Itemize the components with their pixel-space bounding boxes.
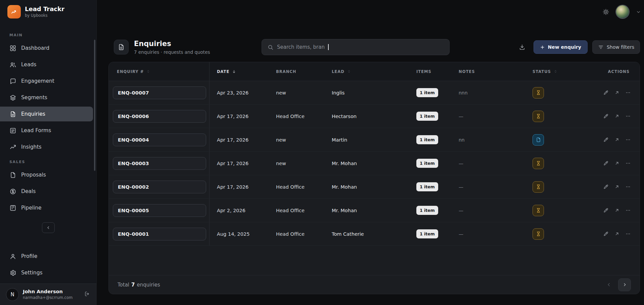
nav-icon xyxy=(9,144,16,151)
show-filters-button[interactable]: Show filters xyxy=(592,40,640,54)
theme-toggle-button[interactable] xyxy=(602,8,609,15)
sort-icon xyxy=(347,69,351,74)
export-button[interactable] xyxy=(515,40,529,54)
pencil-icon xyxy=(603,137,609,143)
sidebar-item-settings[interactable]: Settings xyxy=(0,265,93,280)
app-root: Lead Trackr by Upbooks MAIN Dashboard Le… xyxy=(0,0,644,305)
sidebar-item-segments[interactable]: Segments xyxy=(0,90,93,105)
lead-cell: Mr. Mohan xyxy=(324,161,409,166)
enquiry-id-button[interactable]: ENQ-00001 xyxy=(113,228,206,240)
items-badge: 1 item xyxy=(416,182,438,191)
sidebar-bottom: Profile Settings N John Anderson narmadh… xyxy=(0,249,96,305)
status-badge-pending[interactable] xyxy=(533,228,544,240)
nav-icon xyxy=(9,78,16,85)
status-badge-quoted[interactable] xyxy=(533,134,544,146)
lead-cell: Mr. Mohan xyxy=(324,208,409,213)
edit-button[interactable] xyxy=(603,207,609,213)
edit-button[interactable] xyxy=(603,160,609,166)
sidebar-item-engagement[interactable]: Engagement xyxy=(0,74,93,88)
status-badge-pending[interactable] xyxy=(533,87,544,99)
enquiry-id-button[interactable]: ENQ-00002 xyxy=(113,181,206,193)
column-header-lead[interactable]: LEAD xyxy=(324,62,409,81)
sidebar-item-pipeline[interactable]: Pipeline xyxy=(0,200,93,215)
more-button[interactable] xyxy=(625,184,631,190)
next-page-button[interactable] xyxy=(618,278,631,291)
status-badge-pending[interactable] xyxy=(533,205,544,216)
enquiry-id-button[interactable]: ENQ-00003 xyxy=(113,157,206,170)
chevron-right-icon xyxy=(622,282,628,288)
branch-cell: Head Office xyxy=(269,231,324,237)
column-header-status[interactable]: STATUS xyxy=(525,62,596,81)
status-icon xyxy=(536,231,541,237)
sidebar-section-label: SALES xyxy=(9,160,96,164)
table-row[interactable]: ENQ-00003 Apr 17, 2026 new Mr. Mohan 1 i… xyxy=(109,152,640,175)
open-button[interactable] xyxy=(614,113,620,119)
enquiry-id-button[interactable]: ENQ-00007 xyxy=(113,86,206,99)
sidebar-item-leads[interactable]: Leads xyxy=(0,57,93,72)
main-area: Enquiries 7 enquiries · requests and quo… xyxy=(97,0,644,305)
column-header-date[interactable]: DATE xyxy=(210,62,269,81)
nav-icon xyxy=(9,171,16,179)
download-icon xyxy=(519,44,525,50)
table-row[interactable]: ENQ-00007 Apr 23, 2026 new Inglis 1 item… xyxy=(109,81,640,105)
enquiry-id-button[interactable]: ENQ-00004 xyxy=(113,134,206,146)
open-button[interactable] xyxy=(614,160,620,166)
notes-cell: — xyxy=(451,161,525,166)
edit-button[interactable] xyxy=(603,90,609,96)
enquiry-id-button[interactable]: ENQ-00005 xyxy=(113,204,206,217)
sidebar-item-insights[interactable]: Insights xyxy=(0,140,93,154)
ellipsis-icon xyxy=(625,113,631,119)
sidebar-item-deals[interactable]: Deals xyxy=(0,184,93,199)
column-header-branch[interactable]: BRANCH xyxy=(269,62,324,81)
edit-button[interactable] xyxy=(603,137,609,143)
sidebar-scrollbar[interactable] xyxy=(94,40,95,171)
more-button[interactable] xyxy=(625,207,631,213)
new-enquiry-button[interactable]: New enquiry xyxy=(534,40,588,54)
status-icon xyxy=(536,90,541,96)
more-button[interactable] xyxy=(625,137,631,143)
table-row[interactable]: ENQ-00004 Apr 17, 2026 new Martin 1 item… xyxy=(109,128,640,152)
open-button[interactable] xyxy=(614,137,620,143)
edit-button[interactable] xyxy=(603,231,609,237)
profile-avatar[interactable] xyxy=(616,5,629,18)
user-card[interactable]: N John Anderson narmadha+@scrrum.com xyxy=(0,283,96,305)
previous-page-button[interactable] xyxy=(606,281,612,288)
status-badge-pending[interactable] xyxy=(533,111,544,122)
table-row[interactable]: ENQ-00002 Apr 17, 2026 Head Office Mr. M… xyxy=(109,175,640,199)
column-header-enquiry[interactable]: ENQUIRY # xyxy=(109,62,210,81)
sidebar-item-profile[interactable]: Profile xyxy=(0,249,93,264)
status-badge-pending[interactable] xyxy=(533,158,544,169)
sidebar-item-dashboard[interactable]: Dashboard xyxy=(0,41,93,55)
sidebar: Lead Trackr by Upbooks MAIN Dashboard Le… xyxy=(0,0,97,305)
table-row[interactable]: ENQ-00005 Apr 2, 2026 Head Office Mr. Mo… xyxy=(109,199,640,222)
status-badge-pending[interactable] xyxy=(533,181,544,193)
sidebar-section: MAIN Dashboard Leads Engagement Segments… xyxy=(0,33,96,154)
more-button[interactable] xyxy=(625,113,631,119)
edit-button[interactable] xyxy=(603,184,609,190)
open-button[interactable] xyxy=(614,90,620,96)
sidebar-collapse-button[interactable] xyxy=(42,222,55,233)
table-row[interactable]: ENQ-00006 Apr 17, 2026 Head Office Hecta… xyxy=(109,105,640,128)
sidebar-item-lead-forms[interactable]: Lead Forms xyxy=(0,123,93,138)
open-button[interactable] xyxy=(614,231,620,237)
user-email: narmadha+@scrrum.com xyxy=(23,295,73,300)
more-button[interactable] xyxy=(625,231,631,237)
sidebar-item-enquiries[interactable]: Enquiries xyxy=(0,107,93,121)
logout-button[interactable] xyxy=(84,291,90,298)
enquiry-id-button[interactable]: ENQ-00006 xyxy=(113,110,206,123)
open-button[interactable] xyxy=(614,184,620,190)
open-button[interactable] xyxy=(614,207,620,213)
branch-cell: Head Office xyxy=(269,184,324,190)
sidebar-item-proposals[interactable]: Proposals xyxy=(0,167,93,182)
more-button[interactable] xyxy=(625,90,631,96)
edit-button[interactable] xyxy=(603,113,609,119)
nav-icon xyxy=(9,61,16,68)
brand: Lead Trackr by Upbooks xyxy=(0,0,96,24)
nav-icon xyxy=(9,45,16,52)
pencil-icon xyxy=(603,231,609,237)
more-button[interactable] xyxy=(625,160,631,166)
branch-cell: Head Office xyxy=(269,208,324,213)
profile-menu-button[interactable] xyxy=(636,9,641,15)
search-input[interactable]: Search items, bran xyxy=(262,39,450,55)
table-row[interactable]: ENQ-00001 Aug 14, 2025 Head Office Tom C… xyxy=(109,222,640,246)
